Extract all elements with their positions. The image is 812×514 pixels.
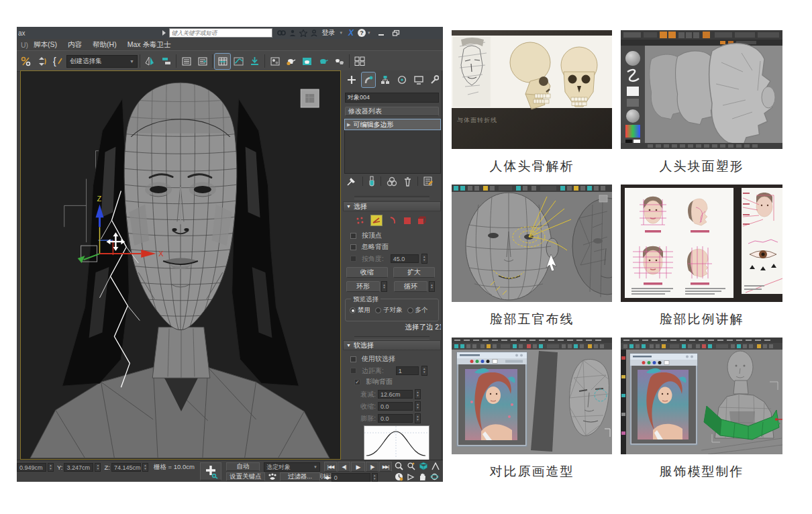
brand-x-logo[interactable]: X xyxy=(348,28,354,38)
modifier-list-dropdown[interactable]: 修改器列表 xyxy=(345,107,439,116)
edge-subobject-icon-active[interactable] xyxy=(370,215,383,226)
favorites-star-icon[interactable] xyxy=(298,28,309,38)
polygon-subobject-icon[interactable] xyxy=(403,217,411,225)
current-frame-field[interactable]: 0 xyxy=(332,473,370,482)
y-coordinate-field[interactable]: 3.247cm xyxy=(64,463,93,472)
viewcube[interactable] xyxy=(301,89,319,107)
field-of-view-icon[interactable] xyxy=(432,462,440,470)
restore-button[interactable] xyxy=(390,29,402,37)
selection-set-dropdown[interactable]: 创建选择集 ▼ xyxy=(66,55,138,68)
border-subobject-icon[interactable] xyxy=(389,216,397,225)
go-to-end-button[interactable]: ▶▶| xyxy=(379,462,392,472)
by-angle-spinner[interactable]: ▲▼ xyxy=(421,254,427,264)
display-tab[interactable] xyxy=(412,72,425,87)
curve-editor-icon[interactable] xyxy=(231,54,246,69)
help-button[interactable]: ? xyxy=(358,29,366,37)
gallery-item-proportions[interactable]: 脸部比例讲解 xyxy=(621,185,782,328)
loop-button[interactable]: 循环 xyxy=(394,281,427,292)
auto-key-button[interactable]: 自动 xyxy=(226,462,260,471)
gallery-item-clothing[interactable]: 服饰模型制作 xyxy=(621,338,782,480)
by-angle-field[interactable]: 45.0 xyxy=(391,254,419,263)
z-spinner[interactable]: ▲▼ xyxy=(142,463,148,472)
preview-multiple-radio[interactable] xyxy=(407,307,413,313)
zoom-icon[interactable] xyxy=(395,462,403,470)
user-icon[interactable] xyxy=(287,28,298,38)
remove-modifier-icon[interactable] xyxy=(403,176,412,187)
help-chevron-icon[interactable]: ▾ xyxy=(368,30,370,36)
edge-distance-spinner[interactable]: ▲▼ xyxy=(421,366,427,376)
gallery-item-zbrush[interactable]: 人头块面塑形 xyxy=(621,30,782,175)
ring-button[interactable]: 环形 xyxy=(346,281,380,292)
element-subobject-icon[interactable] xyxy=(417,216,427,225)
layer-explorer-icon[interactable] xyxy=(179,54,194,69)
edge-distance-checkbox[interactable] xyxy=(350,368,356,374)
edge-distance-field[interactable]: 1 xyxy=(396,366,419,375)
bubble-spinner[interactable]: ▲▼ xyxy=(415,413,421,423)
expand-arrow-icon[interactable]: ▶ xyxy=(347,122,350,127)
pinch-spinner[interactable]: ▲▼ xyxy=(415,401,421,411)
render-iray-icon[interactable] xyxy=(332,54,347,69)
render-setup-icon[interactable] xyxy=(283,54,299,69)
toolbar-overflow-icon[interactable] xyxy=(158,28,169,38)
zoom-extents-icon[interactable] xyxy=(419,462,428,470)
search-icon[interactable] xyxy=(276,28,287,38)
viewport[interactable]: Z X xyxy=(20,70,341,460)
by-vertex-checkbox[interactable] xyxy=(350,233,356,239)
vertex-subobject-icon[interactable] xyxy=(356,216,364,225)
render-production-icon[interactable] xyxy=(315,54,331,69)
grow-button[interactable]: 扩大 xyxy=(393,267,435,278)
selection-filter-dropdown[interactable]: 选定对象 ▼ xyxy=(264,462,320,472)
isolate-selection-icon[interactable] xyxy=(407,473,415,481)
gallery-item-concept-compare[interactable]: 对比原画造型 xyxy=(452,338,612,480)
filters-button[interactable]: 过滤器... xyxy=(280,472,320,481)
ring-spinner[interactable]: ▲▼ xyxy=(381,281,387,292)
make-unique-icon[interactable] xyxy=(387,176,398,187)
soft-selection-rollout-header[interactable]: ▼ 软选择 xyxy=(343,340,441,350)
panel-splitter[interactable] xyxy=(354,196,429,199)
loop-spinner[interactable]: ▲▼ xyxy=(429,281,435,292)
graph-editors-icon[interactable] xyxy=(215,54,230,69)
schematic-view-icon[interactable] xyxy=(247,54,262,69)
motion-tab[interactable] xyxy=(395,72,409,87)
orbit-icon[interactable] xyxy=(430,472,439,481)
sign-in-button[interactable]: 登录 xyxy=(322,28,336,38)
use-soft-selection-checkbox[interactable] xyxy=(350,356,356,362)
pinch-field[interactable]: 0.0 xyxy=(378,402,413,411)
selection-rollout-header[interactable]: ▼ 选择 xyxy=(343,201,441,211)
rendered-frame-icon[interactable] xyxy=(299,54,315,69)
next-frame-button[interactable]: ||▶ xyxy=(366,462,378,472)
z-coordinate-field[interactable]: 74.145cm xyxy=(111,463,141,472)
play-button[interactable]: ▶ xyxy=(351,462,365,472)
key-mode-icon[interactable]: ◀▶ xyxy=(324,475,330,480)
modify-tab[interactable] xyxy=(362,72,375,87)
by-angle-checkbox[interactable] xyxy=(350,256,356,262)
menu-script[interactable]: 脚本(S) xyxy=(34,40,57,50)
panel-splitter[interactable] xyxy=(354,336,429,340)
search-input[interactable] xyxy=(169,28,272,38)
gallery-item-skull[interactable]: 与体面转折线 人体头骨解析 xyxy=(452,30,612,175)
go-to-start-button[interactable]: |◀◀ xyxy=(324,462,337,472)
falloff-spinner[interactable]: ▲▼ xyxy=(415,389,421,399)
material-editor-icon[interactable] xyxy=(267,54,283,69)
angle-snap-icon[interactable] xyxy=(34,54,50,69)
key-filters-icon[interactable] xyxy=(268,473,277,481)
hierarchy-tab[interactable] xyxy=(378,72,392,87)
ignore-backfacing-checkbox[interactable] xyxy=(350,244,356,250)
shrink-button[interactable]: 收缩 xyxy=(346,267,388,278)
previous-frame-button[interactable]: ◀|| xyxy=(338,462,350,472)
modifier-stack-row[interactable]: ▶ 可编辑多边形 xyxy=(345,119,440,130)
snaps-toggle-icon[interactable] xyxy=(18,54,34,69)
gallery-item-topology[interactable]: 脸部五官布线 xyxy=(452,185,612,328)
create-key-button[interactable] xyxy=(200,462,221,480)
scene-explorer-icon[interactable] xyxy=(195,54,210,69)
affect-backfacing-checkbox[interactable]: ✓ xyxy=(354,379,360,385)
workspace-grid-icon[interactable] xyxy=(352,54,367,69)
named-selection-sets-icon[interactable]: { xyxy=(50,54,66,69)
mirror-icon[interactable] xyxy=(142,54,158,69)
preview-subobject-radio[interactable] xyxy=(375,307,381,313)
chevron-down-icon[interactable]: ▾ xyxy=(340,30,343,36)
pan-hand-icon[interactable] xyxy=(418,472,427,481)
minimize-button[interactable] xyxy=(375,29,387,37)
bubble-field[interactable]: 0.0 xyxy=(378,414,413,423)
y-spinner[interactable]: ▲▼ xyxy=(95,463,101,472)
